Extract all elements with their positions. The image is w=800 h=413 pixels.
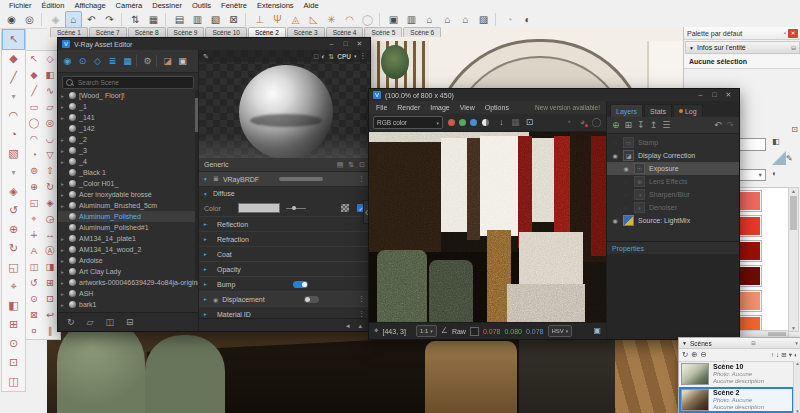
polygon-tool-icon[interactable]: ▽ bbox=[42, 147, 58, 163]
collapse-caret-icon[interactable]: ▸ bbox=[204, 311, 209, 317]
properties-header[interactable]: Properties bbox=[607, 242, 739, 254]
rotated-rectangle-icon[interactable]: ▱ bbox=[42, 99, 58, 115]
scroll-thumb[interactable] bbox=[790, 196, 797, 230]
panel-tab[interactable]: Layers bbox=[610, 104, 643, 117]
color-swatch[interactable] bbox=[737, 290, 762, 312]
layers-list-icon[interactable]: ☰ bbox=[662, 121, 670, 130]
preview-menu-icon[interactable]: ⋮ bbox=[360, 52, 367, 60]
render-with-vray-icon[interactable]: ◪ bbox=[161, 54, 174, 68]
sep[interactable] bbox=[165, 13, 168, 26]
orbit-tool-icon[interactable]: ↺ bbox=[3, 201, 24, 220]
arc-tool-icon[interactable]: ◠ bbox=[3, 106, 24, 125]
section-plane-icon[interactable]: ◫ bbox=[3, 372, 24, 391]
add-layer-icon[interactable]: ⊕ bbox=[612, 121, 620, 130]
region-render-icon[interactable]: ⊡ bbox=[524, 117, 535, 128]
color-mode-select[interactable]: HSV ▾ bbox=[548, 325, 573, 337]
paint-bucket-icon[interactable]: ◧ bbox=[3, 296, 24, 315]
circle-tool-icon[interactable]: ◯ bbox=[26, 115, 42, 131]
engine-select[interactable]: CPU bbox=[337, 53, 351, 60]
color-swatch[interactable] bbox=[737, 265, 762, 287]
select-tool-icon[interactable]: ↖ bbox=[26, 51, 42, 67]
geometry-category-icon[interactable]: ◇ bbox=[91, 54, 104, 68]
material-row[interactable]: ▸ bark1 bbox=[58, 299, 198, 310]
sort-icon[interactable]: ⇅ bbox=[348, 161, 354, 168]
sep[interactable] bbox=[495, 13, 498, 26]
ellipse-tool-icon[interactable]: ◎ bbox=[42, 115, 58, 131]
scene-tab[interactable]: Scène 2 bbox=[248, 27, 286, 37]
sample-paint-icon[interactable]: ✎ bbox=[786, 155, 793, 163]
layer-row[interactable]: ◌ ◗ Denoiser bbox=[607, 201, 739, 214]
undo-edit-icon[interactable]: ↶ bbox=[714, 121, 722, 130]
scene-thumbnail[interactable] bbox=[681, 363, 709, 385]
scene-options-caret-icon[interactable]: ▾ bbox=[789, 352, 792, 359]
material-row[interactable]: ▸ AM134_14_plate1 bbox=[58, 233, 198, 244]
layer-row[interactable]: ◉ ☉ Exposure bbox=[607, 162, 739, 175]
redo-icon[interactable]: ↷ bbox=[101, 11, 118, 28]
eye-icon[interactable]: ◌ bbox=[622, 205, 630, 211]
scene-tab[interactable]: Scène 4 bbox=[326, 27, 364, 37]
layer-row[interactable]: ◌ ⊕ Lens Effects bbox=[607, 175, 739, 188]
expand-caret-icon[interactable]: ▸ bbox=[61, 280, 66, 286]
image-plane-icon[interactable]: ▦ bbox=[145, 11, 162, 28]
freehand-tool-icon[interactable]: ∿ bbox=[42, 83, 58, 99]
menu-item[interactable]: Dessiner bbox=[147, 1, 187, 10]
camera-height-icon[interactable]: ⇅ bbox=[127, 11, 144, 28]
scroll-up-icon[interactable]: ▲ bbox=[791, 188, 796, 194]
follow-me-tool-icon[interactable]: ◈ bbox=[42, 195, 58, 211]
panel-tab[interactable]: Log bbox=[673, 104, 703, 117]
protractor-tool-icon[interactable]: ◶ bbox=[42, 211, 58, 227]
detach-props-icon[interactable]: ⊡ bbox=[359, 161, 365, 168]
vray-decal-icon[interactable]: ◺ bbox=[305, 11, 322, 28]
scene-tab[interactable]: Scène 10 bbox=[205, 27, 246, 37]
image-info-icon[interactable]: ▣ bbox=[593, 327, 601, 335]
maximize-icon[interactable]: □ bbox=[339, 40, 352, 48]
property-section-row[interactable]: ▸ Opacity bbox=[199, 262, 370, 277]
property-section-row[interactable]: ▸ Refraction bbox=[199, 232, 370, 247]
text-tool-icon[interactable]: A bbox=[26, 243, 42, 259]
sep[interactable] bbox=[245, 13, 248, 26]
vray-clipper-icon[interactable]: ◬ bbox=[287, 11, 304, 28]
expand-caret-icon[interactable]: ▸ bbox=[61, 302, 66, 308]
section-toggle[interactable] bbox=[304, 296, 319, 303]
material-row[interactable]: ▸ _141 bbox=[58, 112, 198, 123]
zoom-tool-icon[interactable]: ⊙ bbox=[26, 291, 42, 307]
move-tool-icon[interactable]: ⊕ bbox=[3, 220, 24, 239]
dimensions-tool-icon[interactable]: ↔ bbox=[42, 227, 58, 243]
eye-icon[interactable]: ◌ bbox=[622, 179, 630, 185]
render-icon[interactable]: ◕ bbox=[577, 117, 588, 128]
eraser-tool-icon[interactable]: ◆ bbox=[26, 67, 42, 83]
sep[interactable] bbox=[136, 55, 139, 67]
globe-icon[interactable]: ◐ bbox=[519, 11, 536, 28]
line-tool-icon[interactable]: ╱ bbox=[26, 83, 42, 99]
minimize-icon[interactable]: – bbox=[694, 91, 707, 99]
scene-tab[interactable]: Scène 8 bbox=[128, 27, 166, 37]
layer-row[interactable]: ◌ ▭ Stamp bbox=[607, 136, 739, 149]
layer-row[interactable]: ◉ ◪ Display Correction bbox=[607, 149, 739, 162]
select-tool-icon[interactable]: ↖ bbox=[3, 30, 24, 49]
expand-caret-icon[interactable]: ▸ bbox=[61, 115, 66, 121]
import-asset-icon[interactable]: ▱ bbox=[87, 318, 94, 327]
save-image-icon[interactable]: ↓ bbox=[496, 117, 507, 128]
offset-tool-icon[interactable]: ⊚ bbox=[26, 163, 42, 179]
render-image[interactable] bbox=[369, 132, 606, 322]
panel-tab[interactable]: Stats bbox=[644, 104, 672, 117]
edit-preview-icon[interactable]: ✎ bbox=[203, 53, 209, 60]
property-section-row[interactable]: ▸ Coat bbox=[199, 247, 370, 262]
scale-tool-icon[interactable]: ◱ bbox=[26, 195, 42, 211]
add-folder-icon[interactable]: ⊞ bbox=[625, 121, 633, 130]
scale-tool-icon[interactable]: ◱ bbox=[3, 258, 24, 277]
diffuse-section-header[interactable]: ▾ Diffuse bbox=[199, 187, 370, 200]
rotate-tool-icon[interactable]: ↻ bbox=[42, 179, 58, 195]
material-row[interactable]: ▸ ASH bbox=[58, 288, 198, 299]
two-point-arc-icon[interactable]: ◡ bbox=[42, 131, 58, 147]
material-row[interactable]: ▸ _1 bbox=[58, 101, 198, 112]
zoom-tool-icon[interactable]: ⊙ bbox=[3, 334, 24, 353]
menu-item[interactable]: Image bbox=[425, 104, 454, 111]
delete-asset-icon[interactable]: ⊟ bbox=[126, 318, 134, 327]
material-row[interactable]: _Black 1 bbox=[58, 167, 198, 178]
tape-measure-icon[interactable]: ⌖ bbox=[3, 277, 24, 296]
scene-tab[interactable]: Scène 7 bbox=[89, 27, 127, 37]
rotate-tool-icon[interactable]: ↻ bbox=[3, 239, 24, 258]
walk-tool-icon[interactable]: ∥ bbox=[42, 323, 58, 339]
scene-down-icon[interactable]: ↓ bbox=[776, 352, 779, 359]
